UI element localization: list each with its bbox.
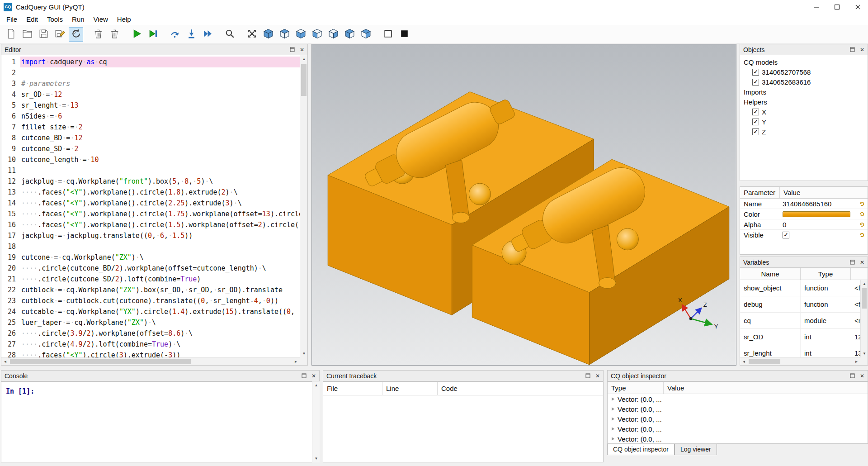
inspector-row[interactable]: Vector: (0.0, ... bbox=[608, 434, 868, 444]
console-area[interactable]: In [1]: bbox=[1, 381, 320, 462]
checkbox[interactable] bbox=[752, 69, 759, 76]
code-line[interactable]: 12jackplug·=·cq.Workplane("front").box(5… bbox=[1, 176, 300, 187]
reset-icon[interactable] bbox=[856, 211, 868, 217]
scrollbar-thumb[interactable] bbox=[749, 359, 780, 364]
property-row-visible[interactable]: Visible bbox=[740, 230, 868, 240]
code-line[interactable]: 4sr_OD·=·12 bbox=[1, 89, 300, 100]
inspector-row[interactable]: Vector: (0.0, ... bbox=[608, 394, 868, 404]
property-row-name[interactable]: Name3140646685160 bbox=[740, 199, 868, 209]
checkbox[interactable] bbox=[752, 119, 759, 125]
property-value[interactable]: 0 bbox=[780, 221, 856, 228]
code-line[interactable]: 26····.circle(3.9/2).workplane(offset=8.… bbox=[1, 328, 300, 339]
new-file-button[interactable] bbox=[4, 27, 18, 42]
code-line[interactable]: 22cutblock·=·cq.Workplane("ZX").box(sr_O… bbox=[1, 285, 300, 295]
menu-item-help[interactable]: Help bbox=[113, 14, 136, 25]
code-line[interactable]: 27····.circle(4.9/2).loft(combine=True)·… bbox=[1, 339, 300, 350]
open-file-button[interactable] bbox=[20, 27, 34, 42]
code-line[interactable]: 16····.faces("<Y").workplane().circle(1.… bbox=[1, 219, 300, 230]
code-line[interactable]: 18 bbox=[1, 241, 300, 252]
float-panel-icon[interactable] bbox=[290, 47, 295, 52]
editor-horizontal-scrollbar[interactable]: ◄ ► bbox=[1, 357, 300, 365]
code-line[interactable]: 17jackplug·=·jackplug.translate((0,·6,·1… bbox=[1, 230, 300, 241]
property-row-alpha[interactable]: Alpha0 bbox=[740, 219, 868, 230]
debug-button[interactable] bbox=[146, 27, 160, 42]
autoreload-button[interactable] bbox=[69, 27, 83, 42]
reset-icon[interactable] bbox=[856, 232, 868, 238]
menu-item-view[interactable]: View bbox=[89, 14, 113, 25]
property-value[interactable] bbox=[780, 232, 856, 238]
close-panel-icon[interactable]: ✕ bbox=[311, 373, 316, 379]
code-line[interactable]: 20····.circle(cutcone_BD/2).workplane(of… bbox=[1, 263, 300, 274]
variables-vertical-scrollbar[interactable]: ▲ ▼ bbox=[860, 280, 868, 357]
code-line[interactable]: 19cutcone·=·cq.Workplane("ZX")·\ bbox=[1, 252, 300, 263]
step-into-button[interactable] bbox=[184, 27, 198, 42]
save-button[interactable] bbox=[36, 27, 51, 42]
inspector-row[interactable]: Vector: (0.0, ... bbox=[608, 414, 868, 424]
delete-button[interactable] bbox=[107, 27, 122, 42]
tree-item-x[interactable]: X bbox=[740, 107, 868, 117]
variable-row-sr-od[interactable]: sr_ODint12 bbox=[740, 329, 860, 345]
code-line[interactable]: 6nSides·=·6 bbox=[1, 111, 300, 122]
expand-icon[interactable] bbox=[612, 437, 614, 441]
code-line[interactable]: 9cutcone_SD·=·2 bbox=[1, 143, 300, 154]
checkbox[interactable] bbox=[752, 109, 759, 115]
variable-row-debug[interactable]: debugfunction<f bbox=[740, 296, 860, 313]
scroll-left-icon[interactable]: ◄ bbox=[740, 358, 748, 366]
objects-tree[interactable]: CQ models31406527075683140652683616Impor… bbox=[740, 55, 868, 181]
scroll-down-icon[interactable]: ▼ bbox=[861, 350, 868, 357]
fit-view-button[interactable] bbox=[245, 27, 259, 42]
code-line[interactable]: 24cutcable·=·cq.Workplane("YX").circle(1… bbox=[1, 306, 300, 317]
property-row-color[interactable]: Color bbox=[740, 209, 868, 219]
variable-row-sr-lenght[interactable]: sr_lenghtint13 bbox=[740, 345, 860, 357]
view-iso-button[interactable] bbox=[261, 27, 275, 42]
expand-icon[interactable] bbox=[612, 417, 614, 421]
view-back-button[interactable] bbox=[359, 27, 373, 42]
visible-checkbox[interactable] bbox=[783, 232, 789, 238]
expand-icon[interactable] bbox=[612, 407, 614, 411]
code-line[interactable]: 2 bbox=[1, 67, 300, 78]
code-line[interactable]: 8cutcone_BD·=·12 bbox=[1, 133, 300, 143]
color-swatch[interactable] bbox=[783, 211, 850, 217]
tree-item-z[interactable]: Z bbox=[740, 127, 868, 137]
variable-row-cq[interactable]: cqmodule<m bbox=[740, 313, 860, 329]
scroll-up-icon[interactable]: ▲ bbox=[312, 381, 320, 389]
code-line[interactable]: 3#·parameters bbox=[1, 78, 300, 89]
inspector-row[interactable]: Vector: (0.0, ... bbox=[608, 424, 868, 434]
tree-item-imports[interactable]: Imports bbox=[740, 87, 868, 97]
scroll-up-icon[interactable]: ▲ bbox=[861, 280, 868, 288]
view-left-button[interactable] bbox=[310, 27, 324, 42]
variables-horizontal-scrollbar[interactable]: ◄ ► bbox=[740, 357, 860, 365]
save-as-button[interactable] bbox=[52, 27, 67, 42]
tree-item-helpers[interactable]: Helpers bbox=[740, 97, 868, 107]
menu-item-file[interactable]: File bbox=[2, 14, 22, 25]
continue-button[interactable] bbox=[200, 27, 215, 42]
float-panel-icon[interactable] bbox=[585, 373, 590, 378]
code-line[interactable]: 7fillet_size·=·2 bbox=[1, 122, 300, 133]
close-panel-icon[interactable]: ✕ bbox=[300, 47, 304, 52]
code-line[interactable]: 10cutcone_length·=·10 bbox=[1, 154, 300, 165]
reset-icon[interactable] bbox=[856, 201, 868, 207]
view-right-button[interactable] bbox=[326, 27, 340, 42]
scroll-left-icon[interactable]: ◄ bbox=[1, 358, 9, 366]
zoom-button[interactable] bbox=[222, 27, 237, 42]
menu-item-tools[interactable]: Tools bbox=[42, 14, 67, 25]
float-panel-icon[interactable] bbox=[850, 373, 855, 378]
step-button[interactable] bbox=[168, 27, 182, 42]
scroll-right-icon[interactable]: ► bbox=[292, 358, 300, 366]
tab-cq-object-inspector[interactable]: CQ object inspector bbox=[607, 444, 675, 455]
menu-item-run[interactable]: Run bbox=[67, 14, 89, 25]
scroll-down-icon[interactable]: ▼ bbox=[300, 350, 308, 357]
view-bottom-button[interactable] bbox=[293, 27, 308, 42]
editor-vertical-scrollbar[interactable]: ▲ ▼ bbox=[300, 55, 307, 357]
clear-code-button[interactable] bbox=[91, 27, 105, 42]
expand-icon[interactable] bbox=[612, 427, 614, 431]
scrollbar-thumb[interactable] bbox=[862, 288, 867, 309]
tree-item-cq-models[interactable]: CQ models bbox=[740, 57, 868, 67]
scrollbar-thumb[interactable] bbox=[301, 64, 307, 96]
tree-item-y[interactable]: Y bbox=[740, 117, 868, 127]
float-panel-icon[interactable] bbox=[302, 373, 307, 378]
shaded-button[interactable] bbox=[397, 27, 411, 42]
code-line[interactable]: 1import·cadquery·as·cq bbox=[1, 57, 300, 67]
reset-icon[interactable] bbox=[856, 222, 868, 228]
tab-log-viewer[interactable]: Log viewer bbox=[675, 444, 717, 455]
